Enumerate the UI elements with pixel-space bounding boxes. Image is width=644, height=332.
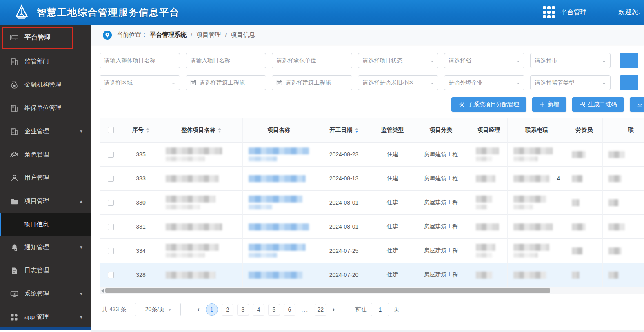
sidebar-item-6[interactable]: 用户管理 [0,166,91,189]
filter-select-row1-4[interactable]: 请选择省⌄ [444,53,524,68]
col-header-4[interactable]: 开工日期 [315,118,373,143]
redacted-cell [160,191,243,215]
header-platform-nav[interactable]: 平台管理 [561,8,587,17]
total-count: 共 433 条 [102,306,126,313]
filter-placeholder: 请输入项目名称 [190,57,230,65]
reset-button-clipped[interactable] [620,75,638,90]
sidebar-item-1[interactable]: 监管部门 [0,50,91,73]
sidebar-item-10[interactable]: 日志管理 [0,259,91,282]
row-checkbox[interactable] [108,272,114,278]
prev-page-arrow[interactable]: ‹ [195,305,202,314]
cell-text: 住建 [387,151,398,158]
toolbar-button-1[interactable]: 新增 [532,97,566,112]
cell-seq: 333 [122,167,160,191]
pagination: 共 433 条 20条/页 ▾ ‹123456...22› 前往 1 页 [102,303,644,316]
redacted-cell [243,167,315,191]
redacted-text [513,272,546,279]
page-number-2[interactable]: 2 [222,304,233,316]
apps-grid-icon[interactable] [543,6,555,18]
redacted-text [249,196,302,203]
breadcrumb-separator: / [191,31,192,38]
filter-select-row2-5[interactable]: 请选择监管类型⌄ [530,75,611,90]
filter-select-row2-1[interactable]: 请选择建筑工程施 [186,75,266,90]
sidebar-item-9[interactable]: 通知管理▼ [0,236,91,259]
col-header-2[interactable]: 整体项目名称 [160,118,243,143]
filter-select-row1-3[interactable]: 请选择项目状态⌄ [358,53,438,68]
row-checkbox[interactable] [108,224,114,230]
chevron-down-icon: ▼ [79,292,83,296]
toolbar-button-2[interactable]: 生成二维码 [572,97,624,112]
col-header-1[interactable]: 序号 [122,118,160,143]
sidebar-item-2[interactable]: 金融机构管理 [0,73,91,96]
breadcrumb-root[interactable]: 平台管理系统 [150,31,187,39]
page-number-3[interactable]: 3 [237,304,249,316]
table-row-330: 3302024-08-01住建房屋建筑工程 [100,191,644,215]
cell-text: 330 [136,199,145,206]
page-number-1[interactable]: 1 [206,303,218,316]
sidebar-item-12[interactable]: app 管理▼ [0,305,91,329]
col-header-label: 劳资员 [576,127,593,134]
filter-select-row2-3[interactable]: 请选择是否老旧小区⌄ [358,75,438,90]
sidebar-item-4[interactable]: 企业管理▼ [0,120,91,143]
filter-input-row1-1[interactable]: 请输入项目名称 [186,53,266,68]
chevron-down-icon: ⌄ [430,80,434,85]
sort-arrows-icon[interactable] [355,127,358,133]
page-number-22[interactable]: 22 [315,304,326,316]
row-checkbox[interactable] [108,176,114,182]
sort-arrows-icon[interactable] [218,127,221,133]
sort-arrows-icon[interactable] [146,127,149,133]
redacted-text [608,223,625,230]
next-page-arrow[interactable]: › [330,305,338,314]
breadcrumb-item-project-info[interactable]: 项目信息 [231,31,255,39]
sidebar-item-11[interactable]: 系统管理▼ [0,282,91,305]
sidebar-item-3[interactable]: 维保单位管理 [0,96,91,120]
cell-text: 2024-08-01 [329,199,359,206]
scrollbar-thumb[interactable] [105,288,550,293]
plus-icon [540,102,545,107]
page-number-4[interactable]: 4 [253,304,264,316]
sidebar-item-label: 通知管理 [24,243,49,251]
filter-select-row2-0[interactable]: 请选择区域⌄ [100,75,180,90]
goto-suffix: 页 [393,306,399,313]
filter-select-row2-2[interactable]: 请选择建筑工程施 [272,75,352,90]
col-header-label: 序号 [132,127,144,134]
toolbar-button-3[interactable]: 下载 [630,97,644,112]
cell-text: 334 [136,247,145,254]
page-size-select[interactable]: 20条/页 ▾ [135,303,181,316]
table-row-331: 3312024-08-01住建房屋建筑工程 [100,215,644,239]
sidebar-item-5[interactable]: 角色管理 [0,143,91,166]
redacted-cell [470,143,508,167]
horizontal-scrollbar[interactable] [100,287,644,294]
cell-seq: 331 [122,215,160,239]
redacted-cell [566,215,603,239]
filter-input-row1-2[interactable]: 请选择承包单位 [272,53,352,68]
page-number-6[interactable]: 6 [284,304,295,316]
sidebar-item-0[interactable]: 平台管理 [0,25,91,50]
search-button-clipped[interactable] [620,53,638,68]
redacted-cell [566,167,603,191]
toolbar-button-0[interactable]: 子系统项目分配管理 [451,97,526,112]
sidebar-item-8[interactable]: 项目信息 [0,213,91,236]
row-checkbox[interactable] [108,200,114,206]
filter-input-row1-0[interactable]: 请输入整体项目名称 [100,53,180,68]
redacted-text [608,199,618,206]
redacted-cell [566,143,603,167]
row-checkbox[interactable] [108,152,114,158]
cell-text: 房屋建筑工程 [424,199,458,206]
row-checkbox[interactable] [108,248,114,254]
page-number-5[interactable]: 5 [268,304,280,316]
filter-select-row1-5[interactable]: 请选择市⌄ [530,53,611,68]
chevron-up-icon: ▲ [79,199,83,203]
goto-page-input[interactable]: 1 [371,303,389,316]
redacted-cell [566,191,603,215]
scrollbar-left-arrow-icon[interactable] [101,289,104,293]
breadcrumb-item-project-mgmt[interactable]: 项目管理 [196,31,221,39]
filter-select-row2-4[interactable]: 是否外埠企业⌄ [444,75,524,90]
sidebar-item-7[interactable]: 项目管理▲ [0,189,91,213]
redacted-text [166,175,219,182]
cell-category: 房屋建筑工程 [412,191,470,215]
col-header-6: 项目分类 [412,118,470,143]
select-all-checkbox[interactable] [108,127,114,133]
chevron-down-icon: ⌄ [516,58,520,63]
cell-text: 房屋建筑工程 [424,223,458,230]
